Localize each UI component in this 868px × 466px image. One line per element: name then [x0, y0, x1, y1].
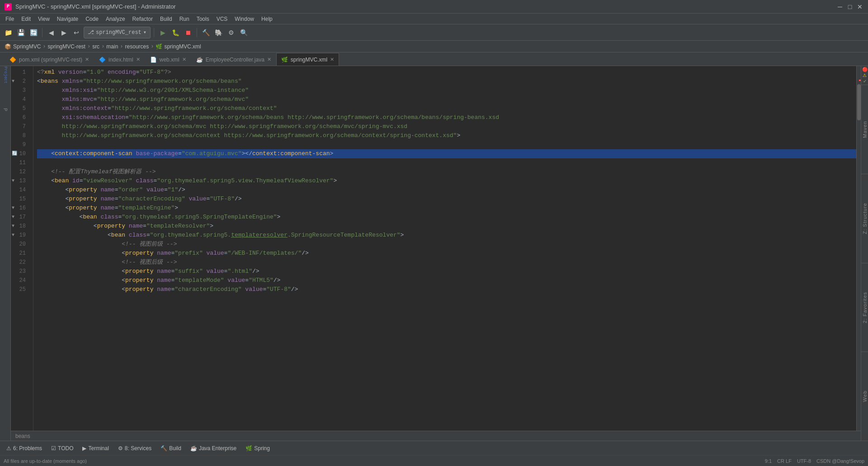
spring-icon: 🌿 [245, 445, 252, 452]
tab-pom-close[interactable]: ✕ [85, 57, 89, 62]
context-bar: beans [11, 431, 861, 441]
breadcrumb-file[interactable]: 🌿 springMVC.xml [156, 43, 201, 50]
tab-pom-label: pom.xml (springMVC-rest) [19, 57, 82, 63]
services-button[interactable]: ⚙ 8: Services [114, 444, 155, 452]
close-button[interactable]: ✕ [856, 3, 863, 10]
favorites-panel[interactable]: 2: Favorites [861, 263, 868, 352]
fold-icon-17[interactable]: ▼ [12, 213, 14, 222]
code-content[interactable]: <?xml version="1.0" encoding="UTF-8"?> <… [33, 66, 856, 431]
vertical-scrollbar[interactable] [856, 66, 861, 431]
line-num-14: 14 [11, 185, 29, 195]
toolbar-forward[interactable]: ▶ [58, 27, 69, 38]
error-indicator: 🔴 [862, 67, 868, 72]
code-line-17: <bean class="org.thymeleaf.spring5.Sprin… [37, 213, 856, 222]
line-num-3: 3 [11, 86, 29, 95]
breadcrumb-sep-4: › [151, 43, 154, 50]
breadcrumb-project[interactable]: 📦 SpringMVC [5, 43, 41, 50]
toolbar-debug[interactable]: 🐛 [170, 27, 181, 38]
todo-button[interactable]: ☑ TODO [47, 444, 77, 452]
sidebar-structure-icon[interactable]: P [1, 105, 10, 114]
breadcrumb-sep-1: › [87, 43, 90, 50]
fold-icon-19[interactable]: ▼ [12, 231, 14, 240]
java-enterprise-button[interactable]: ☕ Java Enterprise [187, 444, 240, 452]
spring-button[interactable]: 🌿 Spring [242, 444, 274, 452]
fold-icon-18[interactable]: ▼ [12, 222, 14, 231]
breadcrumb-module[interactable]: springMVC-rest [48, 43, 85, 50]
menu-build[interactable]: Build [156, 15, 176, 23]
toolbar-back[interactable]: ◀ [46, 27, 57, 38]
menu-tools[interactable]: Tools [193, 15, 213, 23]
tab-springmvc[interactable]: 🌿 springMVC.xml ✕ [276, 53, 339, 66]
tab-web-close[interactable]: ✕ [182, 57, 186, 62]
menu-analyze[interactable]: Analyze [102, 15, 129, 23]
menu-refactor[interactable]: Refactor [129, 15, 156, 23]
tab-index[interactable]: 🔷 index.html ✕ [94, 53, 145, 66]
menu-file[interactable]: File [2, 15, 18, 23]
breadcrumb-resources[interactable]: resources [125, 43, 149, 50]
breadcrumb-main[interactable]: main [106, 43, 118, 50]
menu-run[interactable]: Run [176, 15, 193, 23]
line-num-17: ▼ 17 [11, 213, 29, 222]
toolbar-build-project[interactable]: 🔨 [200, 27, 211, 38]
tab-springmvc-close[interactable]: ✕ [330, 57, 334, 62]
fold-icon-16[interactable]: ▼ [12, 204, 14, 213]
breadcrumb-text-1: springMVC-rest [48, 43, 85, 50]
line-num-8: 8 [11, 131, 29, 140]
fold-icon-13[interactable]: ▼ [12, 176, 14, 185]
branch-selector[interactable]: ⎇ springMVC_rest ▾ [84, 27, 151, 38]
terminal-button[interactable]: ▶ Terminal [79, 444, 112, 452]
toolbar-maven[interactable]: 🐘 [213, 27, 224, 38]
web-panel[interactable]: Web [861, 352, 868, 441]
toolbar-run[interactable]: ▶ [157, 27, 168, 38]
toolbar-save[interactable]: 💾 [15, 27, 26, 38]
maximize-button[interactable]: □ [846, 3, 854, 10]
code-line-18: <property name="templateResolver"> [37, 222, 856, 231]
z-structure-panel[interactable]: Z: Structure [861, 174, 868, 263]
status-line-ending: CR LF [777, 458, 792, 464]
build-button[interactable]: 🔨 Build [157, 444, 185, 452]
toolbar: 📁 💾 🔄 ◀ ▶ ↩ ⎇ springMVC_rest ▾ ▶ 🐛 ⏹ 🔨 🐘… [0, 24, 868, 41]
fold-icon-2[interactable]: ▼ [12, 77, 14, 86]
toolbar-project-icon[interactable]: 📁 [3, 27, 14, 38]
menu-code[interactable]: Code [82, 15, 102, 23]
line-num-15: 15 [11, 195, 29, 204]
toolbar-search[interactable]: 🔍 [238, 27, 249, 38]
breadcrumb-text-2: src [92, 43, 99, 50]
minimize-button[interactable]: ─ [836, 3, 844, 10]
code-line-1: <?xml version="1.0" encoding="UTF-8"?> [37, 68, 856, 77]
menu-help[interactable]: Help [258, 15, 276, 23]
tab-web[interactable]: 📄 web.xml ✕ [145, 53, 191, 66]
toolbar-settings[interactable]: ⚙ [226, 27, 236, 38]
tab-employee-close[interactable]: ✕ [267, 57, 271, 62]
toolbar-recent[interactable]: ↩ [71, 27, 82, 38]
menu-view[interactable]: View [34, 15, 53, 23]
menu-navigate[interactable]: Navigate [53, 15, 82, 23]
breadcrumb-src[interactable]: src [92, 43, 99, 50]
tab-pom[interactable]: 🔶 pom.xml (springMVC-rest) ✕ [5, 53, 94, 66]
tab-employee[interactable]: ☕ EmployeeController.java ✕ [191, 53, 276, 66]
menu-window[interactable]: Window [231, 15, 258, 23]
menu-vcs[interactable]: VCS [213, 15, 231, 23]
menu-edit[interactable]: Edit [18, 15, 34, 23]
terminal-icon: ▶ [82, 445, 86, 452]
error-indicator-top [859, 80, 861, 81]
code-line-11 [37, 158, 856, 167]
problems-button[interactable]: ⚠ 6: Problems [3, 444, 46, 452]
problems-icon: ⚠ [6, 445, 11, 452]
line-num-22: 22 [11, 258, 29, 267]
tab-index-close[interactable]: ✕ [136, 57, 140, 62]
toolbar-stop[interactable]: ⏹ [183, 27, 193, 38]
sidebar-project-icon[interactable]: 1:Project [1, 68, 10, 77]
toolbar-sync[interactable]: 🔄 [28, 27, 39, 38]
code-line-12: <!-- 配置Thymeleaf视图解析器 --> [37, 167, 856, 176]
code-line-5: xmlns:context="http://www.springframewor… [37, 104, 856, 113]
build-label: Build [169, 445, 181, 452]
window-controls[interactable]: ─ □ ✕ [836, 3, 863, 10]
build-icon: 🔨 [160, 445, 167, 452]
maven-panel[interactable]: Maven [861, 85, 868, 174]
status-bar: All files are up-to-date (moments ago) 9… [0, 455, 868, 466]
tab-index-icon: 🔷 [99, 57, 106, 63]
code-line-14: <property name="order" value="1"/> [37, 185, 856, 195]
context-text: beans [15, 433, 30, 439]
scrollbar-thumb[interactable] [857, 84, 861, 120]
